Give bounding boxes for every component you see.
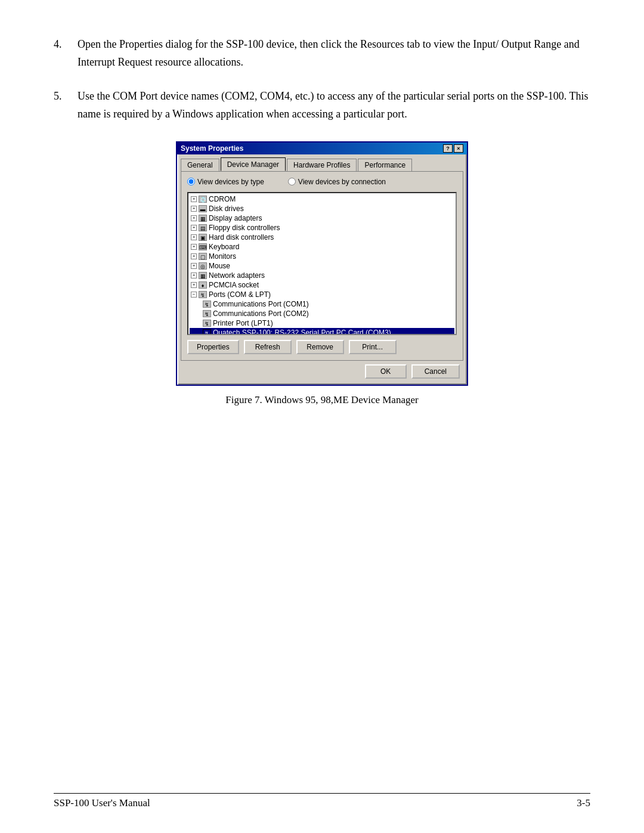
radio-by-connection-input[interactable] [288,178,296,185]
display-icon: ▦ [199,215,207,222]
list-item[interactable]: + 💿 CDROM [190,194,454,204]
figure-7: System Properties ? × General Device Man… [54,141,590,406]
tab-general[interactable]: General [181,159,219,171]
titlebar-buttons: ? × [443,144,463,153]
network-icon: ▦ [199,272,207,279]
device-label: Monitors [209,252,236,261]
list-item[interactable]: + ⌨ Keyboard [190,242,454,252]
tab-bar: General Device Manager Hardware Profiles… [181,158,463,171]
device-label: CDROM [209,195,236,203]
list-item[interactable]: + ◎ Mouse [190,261,454,271]
action-buttons: Properties Refresh Remove Print... [187,340,457,354]
radio-by-connection-label: View devices by connection [298,178,386,186]
monitor-icon: ▢ [199,253,207,260]
properties-button[interactable]: Properties [187,340,239,354]
tab-performance[interactable]: Performance [358,159,412,171]
disk-icon: ▬ [199,205,207,212]
device-label: Communications Port (COM2) [213,309,309,318]
list-item[interactable]: ↯ Printer Port (LPT1) [190,318,454,328]
list-item[interactable]: + ♦ PCMCIA socket [190,280,454,290]
list-item[interactable]: + ▦ Display adapters [190,213,454,223]
tab-device-manager[interactable]: Device Manager [221,157,286,171]
print-button[interactable]: Print... [349,340,397,354]
page-footer: SSP-100 User's Manual 3-5 [54,793,590,809]
device-label: Printer Port (LPT1) [213,319,273,327]
expand-icon: + [191,272,197,278]
mouse-icon: ◎ [199,262,207,270]
expand-icon: + [191,206,197,212]
step-4: 4. Open the Properties dialog for the SS… [54,36,590,71]
list-item[interactable]: − ↯ Ports (COM & LPT) [190,290,454,299]
hdd-icon: ▣ [199,234,207,241]
radio-by-type-label: View devices by type [197,178,264,186]
radio-by-type[interactable]: View devices by type [187,178,264,186]
expand-icon: + [191,263,197,269]
expand-icon: + [191,196,197,202]
device-label: Keyboard [209,243,239,251]
device-label: Ports (COM & LPT) [209,290,271,299]
tab-content: View devices by type View devices by con… [181,171,463,361]
list-item-selected[interactable]: ↯ Quatech SSP-100: RS-232 Serial Port PC… [190,328,454,335]
device-label: Network adapters [209,271,265,280]
device-label: Mouse [209,262,230,270]
device-label: Floppy disk controllers [209,224,280,232]
step-5-number: 5. [54,88,78,123]
expand-icon: + [191,215,197,221]
device-label: PCMCIA socket [209,281,259,289]
list-item[interactable]: + ▢ Monitors [190,252,454,261]
cdrom-icon: 💿 [199,196,207,203]
footer-left: SSP-100 User's Manual [54,797,150,809]
expand-icon: + [191,234,197,240]
device-label: Hard disk controllers [209,233,274,241]
dialog-title: System Properties [181,144,243,153]
collapse-icon: − [191,292,197,298]
list-item[interactable]: + ▦ Network adapters [190,271,454,280]
step-4-number: 4. [54,36,78,71]
printer-port-icon: ↯ [203,320,211,327]
footer-right: 3-5 [577,797,590,809]
radio-by-type-input[interactable] [187,178,195,185]
dialog-titlebar: System Properties ? × [177,143,467,154]
com-port-icon: ↯ [203,301,211,308]
list-item[interactable]: + ▤ Floppy disk controllers [190,223,454,233]
device-list-content: + 💿 CDROM + ▬ Disk drives [188,193,456,335]
expand-icon: + [191,253,197,259]
remove-button[interactable]: Remove [296,340,344,354]
list-item[interactable]: ↯ Communications Port (COM1) [190,299,454,309]
keyboard-icon: ⌨ [199,243,207,250]
tab-hardware-profiles[interactable]: Hardware Profiles [287,159,357,171]
expand-icon: + [191,225,197,231]
expand-icon: + [191,282,197,288]
device-label: Quatech SSP-100: RS-232 Serial Port PC C… [213,329,391,335]
expand-icon: + [191,244,197,250]
system-properties-dialog: System Properties ? × General Device Man… [176,141,468,386]
com-port-icon: ↯ [203,310,211,317]
port-icon: ↯ [199,291,207,298]
device-listbox[interactable]: + 💿 CDROM + ▬ Disk drives [187,192,457,335]
device-label: Communications Port (COM1) [213,300,309,308]
radio-by-connection[interactable]: View devices by connection [288,178,386,186]
figure-caption: Figure 7. Windows 95, 98,ME Device Manag… [225,394,418,406]
radio-row: View devices by type View devices by con… [187,178,457,186]
quatech-icon: ↯ [203,329,211,335]
floppy-icon: ▤ [199,224,207,231]
ok-button[interactable]: OK [365,364,407,379]
pcmcia-icon: ♦ [199,281,207,289]
device-label: Disk drives [209,205,244,213]
cancel-button[interactable]: Cancel [411,364,460,379]
dialog-body: General Device Manager Hardware Profiles… [177,154,467,385]
refresh-button[interactable]: Refresh [244,340,292,354]
list-item[interactable]: + ▣ Hard disk controllers [190,233,454,242]
step-5: 5. Use the COM Port device names (COM2, … [54,88,590,123]
ok-cancel-row: OK Cancel [181,361,463,381]
device-label: Display adapters [209,214,262,222]
close-button[interactable]: × [454,144,463,153]
list-item[interactable]: + ▬ Disk drives [190,204,454,213]
step-5-text: Use the COM Port device names (COM2, COM… [78,88,590,123]
list-item[interactable]: ↯ Communications Port (COM2) [190,309,454,318]
step-4-text: Open the Properties dialog for the SSP-1… [78,36,590,71]
help-button[interactable]: ? [443,144,453,153]
